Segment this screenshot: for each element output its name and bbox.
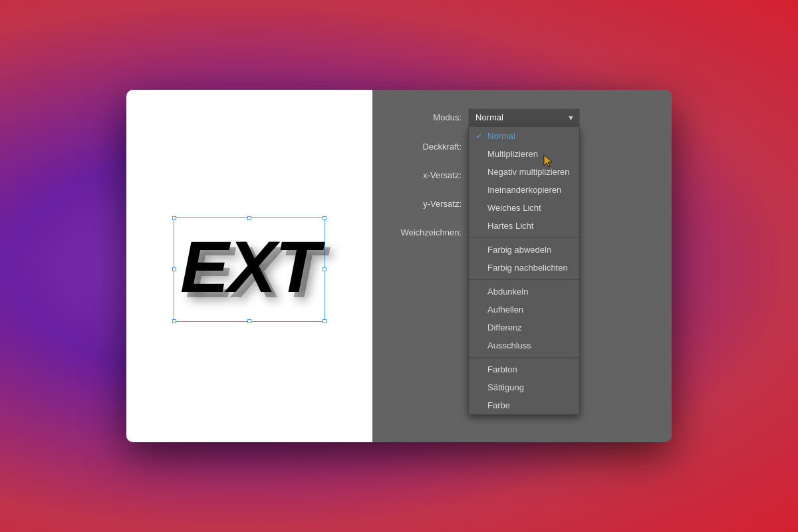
handle-br[interactable] bbox=[323, 319, 327, 323]
dropdown-item-farbton[interactable]: Farbton bbox=[469, 360, 579, 378]
dropdown-list: Normal Multiplizieren Negativ multiplizi… bbox=[468, 126, 580, 415]
dropdown-item-normal[interactable]: Normal bbox=[469, 127, 579, 145]
handle-tm[interactable] bbox=[247, 216, 251, 220]
dropdown-item-hartes-licht[interactable]: Hartes Licht bbox=[469, 217, 579, 235]
dropdown-item-differenz[interactable]: Differenz bbox=[469, 319, 579, 336]
dropdown-item-farbig-nachbelichten[interactable]: Farbig nachbelichten bbox=[469, 259, 579, 277]
divider-1 bbox=[469, 237, 579, 238]
controls-panel: Modus: Normal ▼ Normal Multiplizieren Ne… bbox=[372, 90, 672, 442]
dropdown-item-ineinanderkopieren[interactable]: Ineinanderkopieren bbox=[469, 181, 579, 199]
canvas-panel: EXT bbox=[126, 90, 372, 442]
dialog-window: EXT Modus: Normal ▼ Normal Multipliziere… bbox=[126, 90, 672, 442]
handle-mr[interactable] bbox=[323, 267, 327, 271]
dropdown-item-farbe[interactable]: Farbe bbox=[469, 396, 579, 414]
divider-3 bbox=[469, 357, 579, 358]
handle-bm[interactable] bbox=[247, 319, 251, 323]
dropdown-item-negativ-multiplizieren[interactable]: Negativ multiplizieren bbox=[469, 163, 579, 181]
dropdown-item-ausschluss[interactable]: Ausschluss bbox=[469, 336, 579, 354]
handle-tr[interactable] bbox=[323, 216, 327, 220]
y-versatz-label: y-Versatz: bbox=[388, 199, 462, 209]
modus-label: Modus: bbox=[388, 112, 462, 122]
handle-tl[interactable] bbox=[172, 216, 176, 220]
deckkraft-label: Deckkraft: bbox=[388, 142, 462, 152]
dropdown-item-farbig-abwedeln[interactable]: Farbig abwedeln bbox=[469, 241, 579, 259]
modus-row: Modus: Normal ▼ Normal Multiplizieren Ne… bbox=[388, 108, 656, 126]
mode-select[interactable]: Normal bbox=[468, 108, 580, 126]
divider-2 bbox=[469, 279, 579, 280]
dropdown-item-multiplizieren[interactable]: Multiplizieren bbox=[469, 145, 579, 163]
dropdown-item-abdunkeln[interactable]: Abdunkeln bbox=[469, 283, 579, 301]
handle-ml[interactable] bbox=[172, 267, 176, 271]
dropdown-item-aufhellen[interactable]: Aufhellen bbox=[469, 301, 579, 319]
dropdown-item-weiches-licht[interactable]: Weiches Licht bbox=[469, 199, 579, 217]
handle-bl[interactable] bbox=[172, 319, 176, 323]
canvas-content: EXT bbox=[126, 90, 372, 442]
weichzeichnen-label: Weichzeichnen: bbox=[388, 227, 462, 237]
canvas-text: EXT bbox=[180, 224, 319, 309]
x-versatz-label: x-Versatz: bbox=[388, 170, 462, 180]
dropdown-item-saettigung[interactable]: Sättigung bbox=[469, 378, 579, 396]
mode-select-wrapper: Normal ▼ Normal Multiplizieren Negativ m… bbox=[468, 108, 580, 126]
